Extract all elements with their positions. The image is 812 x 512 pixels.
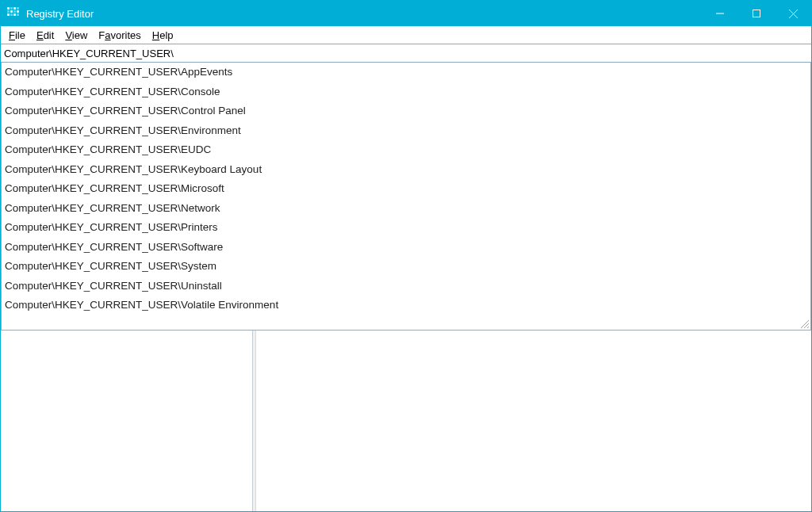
autocomplete-item[interactable]: Computer\HKEY_CURRENT_USER\EUDC [2, 140, 810, 160]
regedit-icon [7, 7, 20, 20]
address-input[interactable] [1, 44, 811, 62]
menu-file[interactable]: File [3, 29, 31, 42]
resize-grip-icon[interactable] [799, 319, 809, 328]
autocomplete-item[interactable]: Computer\HKEY_CURRENT_USER\AppEvents [2, 63, 810, 82]
autocomplete-item[interactable]: Computer\HKEY_CURRENT_USER\Console [2, 82, 810, 102]
autocomplete-item[interactable]: Computer\HKEY_CURRENT_USER\Network [2, 199, 810, 219]
menu-accel: F [9, 29, 15, 41]
menu-help[interactable]: Help [147, 29, 179, 42]
autocomplete-item[interactable]: Computer\HKEY_CURRENT_USER\Uninstall [2, 277, 810, 296]
close-icon [789, 10, 798, 18]
menu-accel: V [65, 29, 71, 41]
values-pane[interactable] [256, 331, 811, 513]
addressbar-container [1, 44, 811, 63]
svg-rect-1 [753, 10, 760, 17]
content-panes [1, 331, 811, 513]
autocomplete-item[interactable]: Computer\HKEY_CURRENT_USER\System [2, 257, 810, 277]
autocomplete-item[interactable]: Computer\HKEY_CURRENT_USER\Control Panel [2, 101, 810, 121]
close-button[interactable] [775, 1, 811, 26]
svg-line-6 [807, 327, 809, 328]
maximize-button[interactable] [738, 1, 775, 26]
autocomplete-dropdown: Computer\HKEY_CURRENT_USER\AppEventsComp… [1, 63, 811, 331]
titlebar[interactable]: Registry Editor [1, 1, 811, 26]
autocomplete-item[interactable]: Computer\HKEY_CURRENT_USER\Printers [2, 218, 810, 238]
menubar: File Edit View Favorites Help [1, 26, 811, 44]
menu-edit[interactable]: Edit [31, 29, 59, 42]
autocomplete-item[interactable]: Computer\HKEY_CURRENT_USER\Microsoft [2, 179, 810, 199]
menu-accel: H [152, 29, 159, 41]
menu-favorites[interactable]: Favorites [93, 29, 146, 42]
autocomplete-item[interactable]: Computer\HKEY_CURRENT_USER\Volatile Envi… [2, 296, 810, 315]
menu-accel: E [36, 29, 44, 41]
window-controls [702, 1, 811, 26]
menu-accel: a [105, 29, 110, 41]
maximize-icon [753, 10, 760, 17]
autocomplete-item[interactable]: Computer\HKEY_CURRENT_USER\Keyboard Layo… [2, 160, 810, 180]
window-title: Registry Editor [26, 8, 702, 20]
autocomplete-item[interactable]: Computer\HKEY_CURRENT_USER\Software [2, 238, 810, 258]
minimize-icon [716, 10, 724, 17]
minimize-button[interactable] [702, 1, 738, 26]
autocomplete-item[interactable]: Computer\HKEY_CURRENT_USER\Environment [2, 121, 810, 141]
menu-view[interactable]: View [59, 29, 93, 42]
tree-pane[interactable] [1, 331, 253, 513]
